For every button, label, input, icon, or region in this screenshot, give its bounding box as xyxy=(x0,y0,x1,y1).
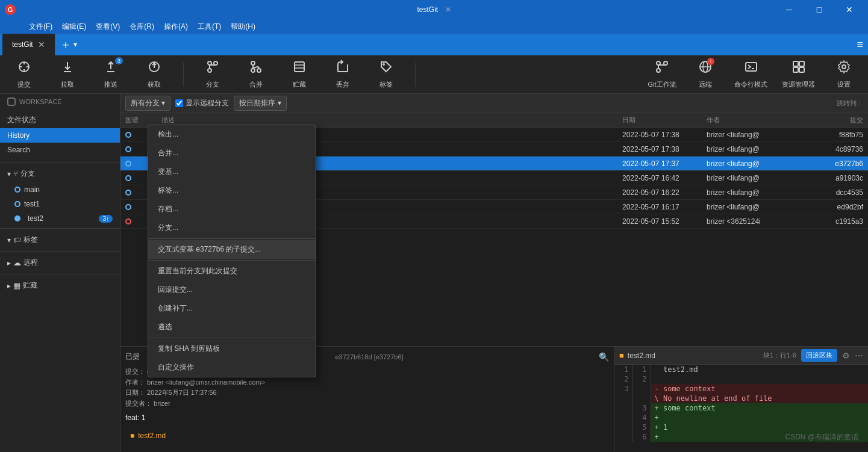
toolbar-pull[interactable]: 拉取 xyxy=(53,60,82,89)
graph-dot-4 xyxy=(125,190,131,196)
sidebar-item-history[interactable]: History xyxy=(0,128,120,143)
pull-label: 拉取 xyxy=(61,80,74,89)
all-branches-label: 所有分支 ▾ xyxy=(131,98,165,108)
diff-row-4: \ No newline at end of file xyxy=(614,394,868,403)
context-menu-copy-sha[interactable]: 复制 SHA 到剪贴板 xyxy=(148,339,316,358)
header-graph: 图谱 xyxy=(125,116,161,125)
context-menu-divider-3 xyxy=(148,338,316,338)
context-menu-merge[interactable]: 合并... xyxy=(148,144,316,163)
sidebar-item-filestatus[interactable]: 文件状态 xyxy=(0,112,120,128)
toolbar-gitflow[interactable]: Git工作流 xyxy=(648,60,676,89)
toolbar-divider-2 xyxy=(415,63,416,87)
tag-section-label: 标签 xyxy=(23,235,38,245)
diff-actions: 块1：行1-6 回滚区块 ⚙ ⋯ xyxy=(763,349,863,362)
line-old-1: 1 xyxy=(614,365,632,374)
menu-tools[interactable]: 工具(T) xyxy=(193,19,226,34)
context-menu-revert[interactable]: 回滚提交... xyxy=(148,280,316,299)
toolbar-explorer[interactable]: 资源管理器 xyxy=(782,60,815,89)
toolbar-branch[interactable]: 分支 xyxy=(198,60,227,89)
section-header-remote[interactable]: ▸ ☁ 远程 xyxy=(0,254,120,271)
title-bar-left: G xyxy=(5,4,20,15)
gitflow-icon xyxy=(655,60,669,78)
diff-row-7: 5 + 1 xyxy=(614,423,868,432)
show-remote-checkbox[interactable] xyxy=(175,99,183,107)
section-header-tags[interactable]: ▾ 🏷 标签 xyxy=(0,231,120,249)
toolbar-push[interactable]: 3 推送 xyxy=(96,60,125,89)
commit-detail-search-button[interactable]: 🔍 xyxy=(599,352,609,362)
graph-dot-3 xyxy=(125,175,131,181)
pull-icon xyxy=(60,60,75,78)
revert-block-button[interactable]: 回滚区块 xyxy=(801,349,837,362)
push-icon: 3 xyxy=(104,60,118,78)
sidebar: WORKSPACE 文件状态 History Search ▾ ⑂ 分支 mai… xyxy=(0,94,120,452)
toolbar-discard[interactable]: 丢弃 xyxy=(328,60,357,89)
toolbar-tag[interactable]: 标签 xyxy=(372,60,401,89)
menu-repo[interactable]: 仓库(R) xyxy=(125,19,159,34)
svg-point-25 xyxy=(657,69,660,72)
context-menu-archive[interactable]: 存档... xyxy=(148,200,316,218)
changed-file-item[interactable]: ■ test2.md xyxy=(125,429,609,442)
toolbar-merge[interactable]: 合并 xyxy=(242,60,270,89)
context-menu-custom[interactable]: 自定义操作 xyxy=(148,358,316,377)
author-col-4: brizer <liufang@ xyxy=(707,188,815,197)
toolbar-remote[interactable]: ! 远端 xyxy=(691,60,720,89)
section-header-branches[interactable]: ▾ ⑂ 分支 xyxy=(0,165,120,182)
tab-testgit[interactable]: testGit ✕ xyxy=(2,34,55,55)
sidebar-item-test2[interactable]: test2 3↑ xyxy=(0,211,120,226)
chevron-down-icon: ▾ xyxy=(7,170,11,178)
tab-bar: testGit ✕ ＋ ▾ ≡ xyxy=(0,34,868,55)
toolbar: 提交 拉取 3 推送 xyxy=(0,55,868,94)
show-remote-checkbox-label[interactable]: 显示远程分支 xyxy=(175,98,229,108)
maximize-button[interactable]: □ xyxy=(805,0,833,19)
context-menu-patch[interactable]: 创建补丁... xyxy=(148,299,316,318)
line-content-1: test2.md xyxy=(651,365,868,374)
tab-add-button[interactable]: ＋ ▾ xyxy=(55,34,82,55)
all-branches-select[interactable]: 所有分支 ▾ xyxy=(125,96,170,111)
context-menu-checkout[interactable]: 检出... xyxy=(148,125,316,144)
test2-badge: 3↑ xyxy=(99,215,113,223)
line-content-3: - some context xyxy=(651,384,868,394)
commit-hash-display: e3727b618d [e3727b6] xyxy=(335,353,403,361)
section-header-stash[interactable]: ▸ ▦ 贮藏 xyxy=(0,277,120,294)
toolbar-settings[interactable]: 设置 xyxy=(829,60,858,89)
menu-help[interactable]: 帮助(H) xyxy=(226,19,260,34)
close-button[interactable]: ✕ xyxy=(835,0,863,19)
context-menu-interactive-rebase[interactable]: 交互式变基 e3727b6 的子提交... xyxy=(148,240,316,259)
workspace-label: WORKSPACE xyxy=(0,94,120,110)
svg-point-14 xyxy=(251,69,255,72)
context-menu-rebase[interactable]: 变基... xyxy=(148,163,316,181)
diff-settings-button[interactable]: ⚙ xyxy=(842,351,850,361)
tab-close-button[interactable]: ✕ xyxy=(38,40,45,49)
diff-more-button[interactable]: ⋯ xyxy=(855,351,863,361)
menu-action[interactable]: 操作(A) xyxy=(159,19,193,34)
title-bar: G testGit ✕ ─ □ ✕ xyxy=(0,0,868,19)
remote-badge: ! xyxy=(707,58,714,65)
commit-label: 提交 xyxy=(17,80,31,89)
context-menu-branch[interactable]: 分支... xyxy=(148,218,316,237)
svg-point-13 xyxy=(257,69,261,72)
tab-bar-menu[interactable]: ≡ xyxy=(857,34,868,55)
context-menu-cherry-pick[interactable]: 遴选 xyxy=(148,318,316,336)
diff-row-2: 2 2 xyxy=(614,374,868,384)
line-new-7: 5 xyxy=(632,423,651,432)
minimize-button[interactable]: ─ xyxy=(775,0,803,19)
merge-icon xyxy=(249,60,263,78)
menu-view[interactable]: 查看(V) xyxy=(91,19,125,34)
line-content-6: + xyxy=(651,413,868,423)
sidebar-item-main[interactable]: main xyxy=(0,182,120,197)
sidebar-item-search[interactable]: Search xyxy=(0,143,120,157)
toolbar-fetch[interactable]: 获取 xyxy=(140,60,169,89)
toolbar-commit[interactable]: 提交 xyxy=(10,60,39,89)
menu-edit[interactable]: 编辑(E) xyxy=(57,19,91,34)
menu-file[interactable]: 文件(F) xyxy=(24,19,57,34)
tag-section-icon: 🏷 xyxy=(13,235,21,244)
window-controls: ─ □ ✕ xyxy=(775,0,863,19)
sidebar-item-test1[interactable]: test1 xyxy=(0,197,120,211)
tab-label: testGit xyxy=(12,40,33,49)
context-menu-reset[interactable]: 重置当前分支到此次提交 xyxy=(148,262,316,280)
context-menu-tag[interactable]: 标签... xyxy=(148,181,316,200)
line-new-4 xyxy=(632,394,651,403)
toolbar-terminal[interactable]: 命令行模式 xyxy=(734,60,767,89)
toolbar-stash[interactable]: 贮藏 xyxy=(285,60,314,89)
sort-select[interactable]: 按日期排序 ▾ xyxy=(234,96,286,111)
